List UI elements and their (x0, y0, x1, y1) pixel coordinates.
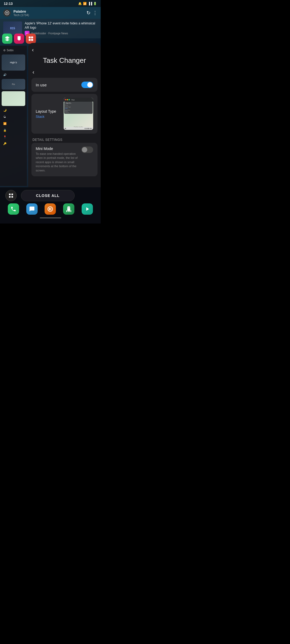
status-bar: 12:13 🔔 📶 ▐▐ 🔋 (0, 0, 101, 7)
sidebar-icon-key: 🔑 (2, 141, 25, 146)
app-icons-row (2, 34, 36, 44)
layout-type-label: Layout Type (36, 109, 56, 114)
notification-icon: 🔔 (78, 2, 82, 5)
app-icon-2[interactable] (14, 34, 24, 44)
moon-icon: 🌙 (3, 109, 6, 112)
preview-grid-icon: ⊞ (65, 127, 66, 129)
layout-type-card: Layout Type Stack Maps ‹ Task Ch... In u… (31, 94, 97, 134)
preview-close-all-label: CLOSE ALL (85, 128, 92, 129)
sound-icon: 🔊 (3, 73, 6, 76)
close-all-button[interactable]: CLOSE ALL (21, 190, 75, 201)
signal-icon: ▐▐ (88, 2, 92, 5)
in-use-toggle-row: In use (31, 78, 97, 92)
close-all-row: CLOSE ALL (0, 190, 101, 201)
sidebar-thumb-highb: High b (2, 54, 25, 71)
modal-back-button[interactable]: ‹ (32, 47, 34, 53)
sidebar-icon-wifi: 📶 (2, 121, 25, 126)
dock-phone-icon[interactable] (8, 203, 19, 215)
battery-icon: 🔋 (93, 2, 97, 5)
svg-rect-7 (9, 196, 11, 198)
key-icon: 🔑 (3, 142, 6, 145)
news-headline: Apple's 'iPhone 12' event invite hides a… (25, 21, 97, 30)
mini-mode-card: Mini Mode To ease one-handed operation w… (31, 143, 97, 176)
mini-mode-description: To ease one-handed operation when in por… (36, 152, 79, 173)
layout-preview-inner: Maps ‹ Task Ch... In use Layout Type Sta… (64, 98, 93, 130)
dock-firefox-icon[interactable] (45, 203, 56, 215)
app-icon-3[interactable] (26, 34, 36, 44)
preview-top-bar: Maps (64, 98, 93, 102)
in-use-toggle[interactable] (81, 82, 93, 88)
news-thumbnail: 815 (3, 21, 22, 35)
notification-title: Palabre (13, 9, 84, 13)
preview-dot-green (68, 99, 70, 100)
preview-panel-title: ‹ Task Ch... (65, 102, 92, 104)
grid-button[interactable] (5, 190, 17, 201)
status-icons: 🔔 📶 ▐▐ 🔋 (78, 2, 97, 5)
location-icon: 📍 (3, 136, 6, 138)
sidebar-icon-location: 📍 (2, 134, 25, 140)
sidebar-thumb-app: Re (2, 79, 25, 90)
sun-icon: 🌤 (3, 115, 6, 118)
left-sidebar: ⚙ Settin High b 🔊 Re 🌙 🌤 📶 🔒 📍 🔑 (0, 46, 27, 186)
dock-android-icon[interactable] (63, 203, 74, 215)
status-time: 12:13 (4, 2, 13, 6)
wifi-icon: 📶 (83, 2, 87, 5)
settings-icon: ⚙ (3, 49, 6, 52)
mini-mode-info: Mini Mode To ease one-handed operation w… (36, 147, 79, 173)
sidebar-icon-lock: 🔒 (2, 128, 25, 133)
preview-contact-label: Contact me (65, 112, 92, 113)
lock-icon: 🔒 (3, 129, 6, 132)
preview-stack-label: Stack (65, 108, 92, 109)
sidebar-icon-settings: ⚙ Settin (2, 48, 25, 53)
detail-settings-header: Detail Settings (28, 136, 101, 143)
mini-mode-title: Mini Mode (36, 147, 79, 151)
layout-info: Layout Type Stack (36, 109, 56, 119)
wifi2-icon: 📶 (3, 122, 6, 125)
menu-button[interactable]: ⋮ (93, 10, 97, 16)
preview-bottom-bar: ⊞ CLOSE ALL (64, 127, 93, 130)
layout-preview: Maps ‹ Task Ch... In use Layout Type Sta… (64, 98, 93, 130)
home-indicator (40, 217, 61, 218)
news-source-name: AppleInsider · Frontpage News (31, 32, 68, 35)
sidebar-highb-label: High b (10, 61, 17, 64)
dock-row (0, 203, 101, 215)
svg-rect-1 (29, 36, 31, 38)
sidebar-icon-sound: 🔊 (2, 72, 25, 77)
svg-rect-6 (12, 194, 13, 195)
notification-bar: Palabre Tech (1734) ↻ ⋮ (0, 7, 101, 19)
svg-rect-2 (31, 36, 33, 38)
sidebar-thumb-map (2, 91, 25, 106)
in-use-label: In use (36, 83, 47, 87)
refresh-button[interactable]: ↻ (86, 10, 90, 16)
notification-actions: ↻ ⋮ (86, 10, 97, 16)
notification-subtitle: Tech (1734) (13, 13, 84, 17)
preview-panel: ‹ Task Ch... In use Layout Type Stack De… (64, 102, 93, 114)
bottom-area: CLOSE ALL (0, 187, 101, 224)
modal-card: ‹ Task Changer ‹ In use Layout Type Stac… (28, 43, 101, 187)
preview-maps-label: Maps (71, 99, 75, 101)
dock-play-icon[interactable] (82, 203, 93, 215)
preview-website-label: Website (65, 111, 92, 112)
svg-rect-5 (9, 194, 11, 195)
app-icon-1[interactable] (2, 34, 12, 44)
svg-rect-8 (12, 196, 13, 198)
preview-dot-orange (67, 99, 68, 100)
svg-rect-3 (29, 39, 31, 41)
sidebar-settings-label: Settin (7, 49, 14, 52)
sidebar-re-label: Re (12, 83, 15, 86)
sidebar-icon-sun: 🌤 (2, 114, 25, 119)
svg-rect-4 (31, 39, 33, 41)
mini-mode-toggle[interactable] (81, 147, 93, 153)
layout-type-value[interactable]: Stack (36, 115, 56, 119)
preview-dot-red (65, 99, 66, 100)
sidebar-icon-moon: 🌙 (2, 108, 25, 113)
dock-messages-icon[interactable] (26, 203, 38, 215)
notification-text: Palabre Tech (1734) (13, 9, 84, 17)
preview-in-use-label: In use (65, 104, 92, 106)
modal-back-button-2[interactable]: ‹ (28, 69, 101, 78)
notification-app-icon (3, 9, 11, 17)
modal-title: Task Changer (28, 56, 101, 65)
